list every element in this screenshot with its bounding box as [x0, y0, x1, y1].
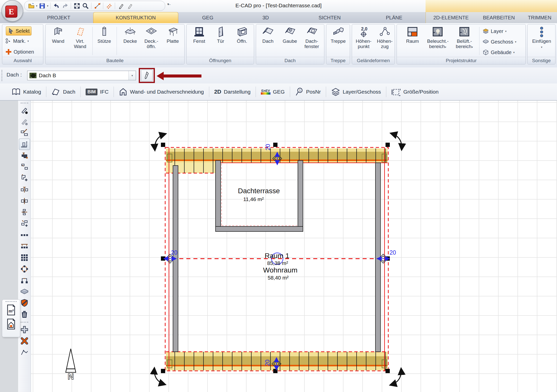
- bim-ifc-button[interactable]: BIM IFC: [81, 89, 114, 95]
- options-button[interactable]: Optionen: [5, 49, 34, 55]
- toolbar-grip[interactable]: [21, 322, 28, 323]
- dim-label-top: 20: [265, 144, 271, 150]
- layer-geschoss-button[interactable]: Layer/Geschoss: [326, 87, 386, 96]
- redo-icon[interactable]: [61, 2, 69, 10]
- belueftungsbereich-button[interactable]: Belüft.- bereich▾: [454, 25, 475, 50]
- beleucht-dropdown-icon[interactable]: ▾: [445, 46, 446, 49]
- tab-konstruktion[interactable]: KONSTRUKTION: [93, 12, 178, 23]
- hoehenzug-button[interactable]: Höhen- zug: [374, 25, 395, 49]
- draw-pen-inactive-icon[interactable]: [19, 116, 30, 127]
- distribute-icon[interactable]: [19, 229, 30, 241]
- tab-plaene[interactable]: PLÄNE: [386, 12, 402, 23]
- delete-x-icon[interactable]: [19, 335, 30, 346]
- einfuegen-button[interactable]: Einfügen ▾: [531, 25, 552, 50]
- gaube-button[interactable]: Gaube: [279, 25, 300, 44]
- edit-contour-icon[interactable]: [19, 150, 30, 161]
- toolbar-grip[interactable]: [21, 103, 28, 104]
- layer-icon: [482, 28, 489, 34]
- measure-icon[interactable]: ?: [93, 2, 101, 10]
- toolbar-grip[interactable]: [2, 70, 3, 81]
- beleuchtungsbereich-button[interactable]: Beleucht.- bereich▾: [427, 25, 448, 50]
- array-circle-icon[interactable]: [19, 263, 30, 275]
- add-contour-icon[interactable]: [19, 218, 30, 229]
- dach-tool-button[interactable]: Dach: [46, 88, 80, 96]
- open-dropdown-icon[interactable]: ▾: [36, 4, 38, 8]
- open-icon[interactable]: [27, 2, 35, 10]
- groesse-position-button[interactable]: Größe/Position: [386, 87, 444, 96]
- decke-button[interactable]: Decke: [120, 25, 141, 44]
- posnr-button[interactable]: 1 PosNr: [290, 87, 326, 96]
- connect-nodes-icon[interactable]: [19, 275, 30, 286]
- tab-trimmen[interactable]: TRIMMEN: [528, 12, 551, 23]
- dach-combobox[interactable]: Dach B ▾: [27, 71, 136, 80]
- tab-bearbeiten[interactable]: BEARBEITEN: [483, 12, 515, 23]
- pen-icon[interactable]: [117, 2, 125, 10]
- north-arrow[interactable]: N: [66, 349, 76, 381]
- toolbar-more-icon[interactable]: ▼̶: [167, 3, 170, 6]
- app-logo: E: [5, 6, 17, 18]
- select-button[interactable]: Selekt: [6, 26, 31, 35]
- tab-sichten[interactable]: SICHTEN: [319, 12, 341, 23]
- raum-button[interactable]: Raum: [402, 25, 423, 44]
- left-gutter: [0, 101, 18, 392]
- katalog-button[interactable]: Katalog: [7, 88, 46, 96]
- drawing-canvas[interactable]: 20 20 20 20 Dachterrasse 11,46: [31, 101, 557, 392]
- app-menu-button[interactable]: E: [2, 0, 23, 22]
- mark-button[interactable]: Mark.▾: [5, 38, 29, 44]
- mirror-vertical-icon[interactable]: [19, 195, 30, 207]
- layer-slab-icon[interactable]: [19, 286, 30, 297]
- fenster-button[interactable]: Fenst: [189, 25, 210, 44]
- save-dropdown-icon[interactable]: ▾: [47, 4, 49, 8]
- dach-combobox-dropdown-icon[interactable]: ▾: [128, 71, 136, 80]
- handle-top-right: [386, 143, 390, 147]
- gebaeude-button[interactable]: Gebäude▾: [482, 49, 515, 56]
- darstellung-2d-button[interactable]: 2D Darstellung: [209, 89, 256, 95]
- add-cross-icon[interactable]: [19, 324, 30, 335]
- tab-2d-elemente[interactable]: 2D-ELEMENTE: [433, 12, 469, 23]
- undo-icon[interactable]: [53, 2, 60, 10]
- wall-section-tool[interactable]: [19, 139, 30, 150]
- delete-icon[interactable]: [19, 308, 30, 320]
- building-document-button[interactable]: [5, 318, 17, 331]
- mirror-horizontal-icon[interactable]: [19, 184, 30, 195]
- array-grid-icon[interactable]: [19, 252, 30, 263]
- protection-off-icon[interactable]: [19, 297, 30, 308]
- measure-partial-icon[interactable]: [19, 346, 30, 358]
- wand-button[interactable]: Wand: [48, 25, 69, 44]
- zoom-icon[interactable]: [82, 2, 89, 10]
- group-bauteile: Wand Virt. Wand Stütze Decke Deck.- öffn…: [45, 24, 185, 64]
- tuer-button[interactable]: Tür: [210, 25, 231, 44]
- platte-button[interactable]: Platte: [162, 25, 183, 44]
- layer-button[interactable]: Layer▾: [482, 28, 507, 34]
- group-label-oeffnungen: Öffnungen: [187, 57, 254, 64]
- area-document-button[interactable]: m²: [5, 303, 17, 317]
- panel-grip[interactable]: [6, 301, 17, 302]
- hoehenpunkt-button[interactable]: 2,0 Höhen- punkt: [353, 25, 374, 49]
- wand-dachverschneidung-button[interactable]: Wand- und Dachverschneidung: [114, 88, 209, 96]
- treppe-button[interactable]: Treppe: [328, 25, 349, 44]
- oeffnung-button[interactable]: Öffn.: [231, 25, 253, 44]
- save-icon[interactable]: [39, 2, 46, 10]
- align-icon[interactable]: [19, 241, 30, 252]
- parallel-copy-icon[interactable]: [105, 2, 113, 10]
- belueft-dropdown-icon[interactable]: ▾: [471, 46, 473, 49]
- tab-3d[interactable]: 3D: [262, 12, 269, 23]
- dach-button[interactable]: Dach: [257, 25, 278, 44]
- pick-properties-icon[interactable]: [19, 127, 30, 139]
- geg-button[interactable]: EnEV GEG: [256, 89, 290, 95]
- draw-pen-icon[interactable]: [19, 105, 30, 116]
- add-polygon-icon[interactable]: [19, 173, 30, 184]
- tab-projekt[interactable]: PROJEKT: [47, 12, 70, 23]
- virtual-wall-icon: [69, 25, 91, 38]
- copy-polygon-icon[interactable]: [19, 161, 30, 173]
- deckenoeffnung-button[interactable]: Deck.- öffn.: [141, 25, 162, 49]
- geschoss-button[interactable]: Geschoss▾: [482, 38, 516, 45]
- dachfenster-button[interactable]: Dach- fenster: [301, 25, 322, 49]
- quick-access-toolbar: ▾ ▾ ?: [24, 1, 165, 11]
- split-element-icon[interactable]: [19, 207, 30, 218]
- virtuelle-wand-button[interactable]: Virt. Wand: [69, 25, 91, 49]
- zoom-fit-icon[interactable]: [73, 2, 81, 10]
- stuetze-button[interactable]: Stütze: [94, 25, 115, 44]
- pen-edit-icon[interactable]: [126, 2, 133, 10]
- tab-geg[interactable]: GEG: [202, 12, 213, 23]
